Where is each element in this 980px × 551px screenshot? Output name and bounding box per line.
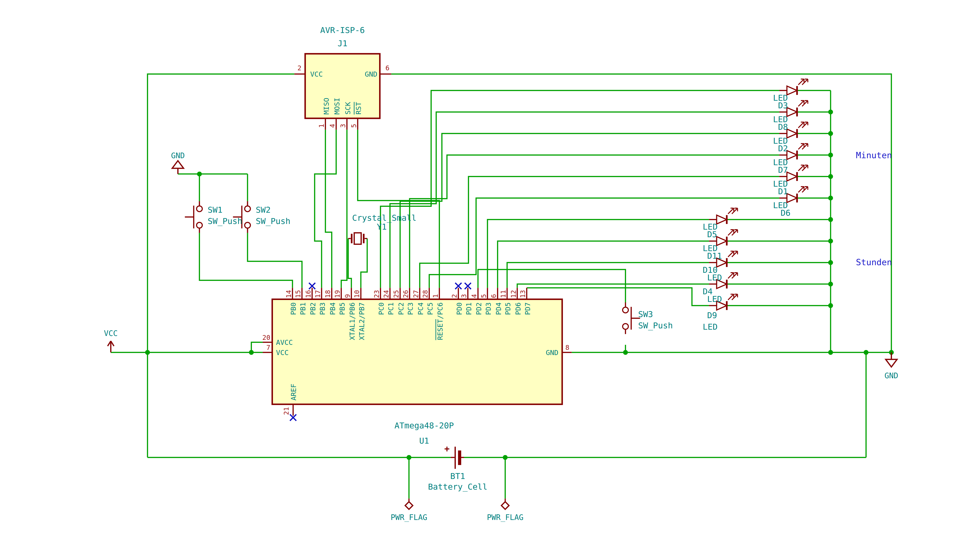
wire[interactable] [498, 241, 709, 288]
wire[interactable] [348, 238, 352, 288]
junction-dot [828, 217, 833, 222]
vcc-arrow [108, 341, 114, 352]
u1-pin-name-text: PC5 [426, 303, 434, 315]
u1-pin-number: 25 [392, 290, 400, 298]
junction-dot [197, 171, 202, 176]
u1-pin-number: 28 [422, 290, 429, 298]
u1-pin-name-text: PD2 [475, 303, 483, 315]
u1-pin-name: RESET/PC6 [436, 303, 444, 340]
wire[interactable] [410, 155, 780, 288]
u1-pin-name: PC5 [426, 303, 434, 315]
led-ref-label: D5 [707, 230, 717, 239]
junction-dot [828, 131, 833, 136]
pwr-flag-right[interactable] [501, 499, 509, 509]
u1-pin20-number: 20 [262, 334, 270, 341]
u1-pin-name-text: PD3 [484, 303, 493, 315]
u1-pin-number: 26 [402, 290, 410, 298]
j1-pin-name-text: MISO [322, 98, 331, 114]
u1-pin21-number: 21 [283, 407, 290, 415]
u1-body[interactable] [272, 299, 562, 404]
junction-dot [828, 282, 833, 286]
wire[interactable] [358, 130, 439, 288]
u1-pin-name: PD1 [465, 303, 473, 315]
led-minuten-4[interactable] [787, 144, 808, 159]
led-triangle [717, 237, 727, 245]
wire[interactable] [390, 112, 780, 288]
u1-pin-name-text: PD6 [514, 303, 522, 315]
u1-pin-name-overlined: RESET [436, 319, 444, 340]
switch-value: SW_Push [638, 321, 673, 330]
wire[interactable] [248, 233, 302, 288]
wire[interactable] [326, 130, 332, 288]
j1-bottom-pin-number: 3 [339, 124, 347, 128]
u1-pin-name: PC1 [387, 303, 395, 315]
switch-contact [622, 324, 628, 329]
u1-pin-name-text: PD0 [455, 303, 463, 315]
u1-pin-number: 4 [470, 294, 478, 298]
wire[interactable] [478, 270, 625, 303]
u1-gnd-name: GND [546, 349, 558, 357]
battery-bt1[interactable] [455, 446, 460, 469]
junction-dot [828, 174, 833, 179]
wire[interactable] [341, 130, 347, 288]
power-gnd-left-symbol[interactable] [172, 161, 183, 174]
crystal-y1[interactable] [352, 233, 364, 244]
j1-body[interactable] [305, 54, 380, 118]
y1-ref: Y1 [377, 222, 387, 232]
j1-ref: J1 [337, 39, 347, 48]
switch-sw1[interactable] [185, 205, 202, 228]
u1-pin-number: 5 [480, 294, 487, 298]
u1-pin-name-text: PC3 [406, 303, 415, 315]
power-vcc-symbol[interactable] [108, 341, 114, 352]
group-label-stunden: Stunden [856, 257, 892, 267]
u1-pin-number: 15 [294, 290, 302, 298]
u1-pin-name-text: PB0 [289, 303, 298, 315]
u1-ref: U1 [419, 436, 429, 446]
junction-dot [828, 260, 833, 265]
led-minuten-5[interactable] [787, 165, 808, 181]
mcu-u1[interactable] [272, 299, 562, 404]
led-triangle [787, 194, 797, 202]
junction-dot [407, 455, 411, 460]
connector-j1[interactable] [305, 54, 380, 118]
pwr-flag-left[interactable] [405, 499, 413, 509]
led-minuten-1[interactable] [787, 79, 808, 95]
led-minuten-2[interactable] [787, 101, 808, 116]
led-minuten-3[interactable] [787, 122, 808, 138]
u1-pin-number: 23 [373, 290, 380, 298]
led-stunden-2[interactable] [717, 230, 737, 245]
u1-pin-number: 17 [314, 290, 321, 298]
gnd-right-label: GND [885, 371, 898, 380]
j1-pin-name-text: MOSI [333, 98, 341, 114]
wire[interactable] [199, 233, 293, 288]
junction-dot [828, 195, 833, 200]
u1-pin-number: 18 [324, 290, 332, 298]
junction-dot [145, 350, 150, 355]
led-ref-label: D6 [781, 208, 791, 218]
led-minuten-6[interactable] [787, 187, 808, 202]
junction-dot [623, 350, 628, 355]
u1-pin-name-text: PB1 [299, 303, 307, 315]
u1-pin-name: PC3 [406, 303, 415, 315]
wire[interactable] [487, 220, 709, 288]
u1-pin-name: PD5 [504, 303, 512, 315]
switch-sw3[interactable] [622, 307, 640, 330]
j1-pin2-number: 2 [298, 64, 301, 72]
switch-contact [197, 222, 202, 228]
text-layer: AVR-ISP-6J126VCCGND1MISO4MOSI3SCK5RST14P… [104, 25, 898, 522]
power-gnd-right-symbol[interactable] [886, 353, 897, 367]
u1-pin-name-text: PC1 [387, 303, 395, 315]
wire[interactable] [361, 238, 367, 288]
j1-bottom-pin-number: 5 [350, 124, 358, 128]
gnd-triangle-up [172, 161, 183, 174]
led-stunden-1[interactable] [717, 208, 737, 224]
wire[interactable] [420, 176, 780, 288]
j1-bottom-pin-name: MOSI [333, 98, 341, 114]
j1-bottom-pin-number: 1 [318, 124, 325, 128]
crystal-body[interactable] [354, 233, 361, 244]
u1-pin7-number: 7 [266, 344, 270, 351]
group-label-minuten: Minuten [856, 150, 892, 160]
schematic-canvas: AVR-ISP-6J126VCCGND1MISO4MOSI3SCK5RST14P… [0, 0, 980, 551]
u1-pin-name: XTAL1/PB6 [348, 303, 356, 340]
u1-pin-name-text: PB4 [329, 303, 337, 315]
